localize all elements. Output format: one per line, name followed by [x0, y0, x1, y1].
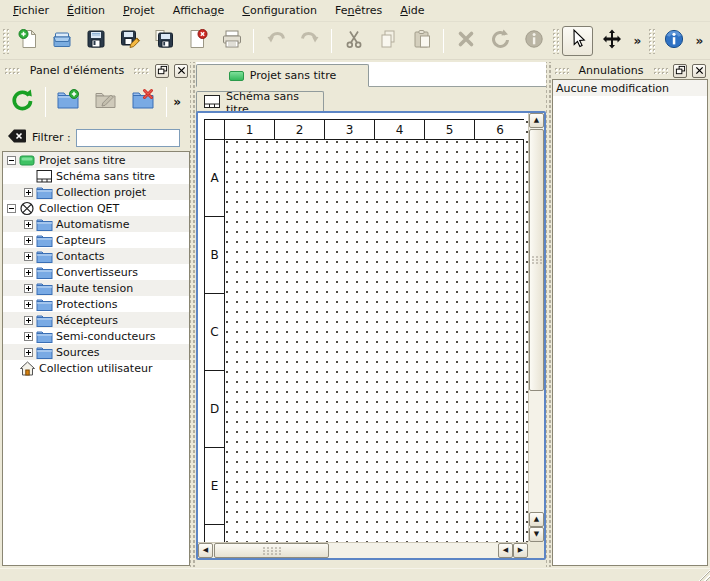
- open-folder-icon: [51, 28, 73, 53]
- tree-item-icon: [19, 201, 36, 216]
- move-tool-button[interactable]: [596, 26, 627, 56]
- tree-item[interactable]: Projet sans titre: [3, 152, 189, 168]
- redo-button[interactable]: [294, 26, 325, 56]
- new-category-button[interactable]: [52, 85, 86, 119]
- vertical-scrollbar[interactable]: ▲ ▲ ▼: [528, 113, 544, 542]
- reload-collections-button[interactable]: [5, 85, 39, 119]
- close-file-button[interactable]: [182, 26, 213, 56]
- tree-expander[interactable]: [7, 204, 16, 213]
- project-tab[interactable]: Projet sans titre: [196, 64, 369, 87]
- resize-grip[interactable]: [697, 568, 710, 581]
- horizontal-scroll-thumb[interactable]: [214, 543, 329, 558]
- tree-item[interactable]: Collection utilisateur: [3, 360, 189, 376]
- open-button[interactable]: [46, 26, 77, 56]
- tree-item-icon: [36, 281, 53, 296]
- tree-item[interactable]: Automatisme: [3, 216, 189, 232]
- tree-item[interactable]: Collection projet: [3, 184, 189, 200]
- save-all-button[interactable]: [148, 26, 179, 56]
- close-panel-button[interactable]: [174, 64, 188, 78]
- tree-item[interactable]: Protections: [3, 296, 189, 312]
- copy-button[interactable]: [372, 26, 403, 56]
- tree-expander[interactable]: [24, 220, 33, 229]
- tree-item-icon: [36, 297, 53, 312]
- undo-history-list[interactable]: Aucune modification: [552, 79, 708, 566]
- scroll-up-button[interactable]: ▲: [529, 113, 544, 128]
- toolbar-handle[interactable]: [2, 28, 9, 54]
- menu-item[interactable]: Projet: [114, 0, 164, 21]
- horizontal-scroll-track[interactable]: [330, 543, 498, 558]
- close-panel-button[interactable]: [692, 64, 706, 78]
- tree-expander[interactable]: [24, 252, 33, 261]
- rotate-button[interactable]: [484, 26, 515, 56]
- print-button[interactable]: [216, 26, 247, 56]
- scroll-right-button[interactable]: ▶: [513, 543, 528, 558]
- schema-tab[interactable]: Schéma sans titre: [196, 91, 324, 113]
- elements-tree[interactable]: Projet sans titre Schéma sans titre: [2, 151, 190, 566]
- tree-item[interactable]: Capteurs: [3, 232, 189, 248]
- delete-button[interactable]: [450, 26, 481, 56]
- schema-canvas[interactable]: 123456 A B C: [198, 113, 528, 542]
- tree-item[interactable]: Schéma sans titre: [3, 168, 189, 184]
- dock-grip-texture: [133, 67, 150, 74]
- new-project-button[interactable]: [12, 26, 43, 56]
- info-button-disabled[interactable]: [518, 26, 549, 56]
- elements-panel-titlebar[interactable]: Panel d'éléments: [2, 62, 190, 79]
- float-panel-button[interactable]: [673, 64, 687, 78]
- tree-item[interactable]: Sources: [3, 344, 189, 360]
- filter-input[interactable]: [76, 129, 180, 147]
- row-header: C: [205, 294, 225, 371]
- scroll-down-button[interactable]: ▼: [529, 527, 544, 542]
- tree-item[interactable]: Collection QET: [3, 200, 189, 216]
- tree-expander[interactable]: [24, 348, 33, 357]
- column-header: 6: [475, 120, 525, 139]
- undo-panel-titlebar[interactable]: Annulations: [552, 62, 708, 79]
- elements-panel: Panel d'éléments » Filtrer :: [2, 62, 190, 567]
- save-as-button[interactable]: [114, 26, 145, 56]
- delete-category-button[interactable]: [127, 85, 161, 119]
- select-tool-button[interactable]: [562, 26, 593, 56]
- toolbar-overflow-button[interactable]: »: [692, 26, 707, 56]
- menu-item[interactable]: Fenêtres: [326, 0, 391, 21]
- toolbar-overflow-button[interactable]: »: [630, 26, 645, 56]
- tree-item[interactable]: Haute tension: [3, 280, 189, 296]
- scroll-left-button-2[interactable]: ◀: [498, 543, 513, 558]
- scroll-up-button-2[interactable]: ▲: [529, 512, 544, 527]
- menu-item[interactable]: Configuration: [233, 0, 326, 21]
- paste-button[interactable]: [406, 26, 437, 56]
- undo-panel-title: Annulations: [574, 64, 647, 77]
- undo-button[interactable]: [260, 26, 291, 56]
- about-info-button[interactable]: [658, 26, 689, 56]
- tree-item[interactable]: Convertisseurs: [3, 264, 189, 280]
- edit-category-button[interactable]: [89, 85, 123, 119]
- toolbar-handle[interactable]: [552, 28, 559, 54]
- horizontal-scrollbar[interactable]: ◀ ◀ ▶: [198, 542, 528, 558]
- float-panel-button[interactable]: [155, 64, 169, 78]
- clear-filter-icon[interactable]: [7, 128, 27, 147]
- menu-item[interactable]: Édition: [58, 0, 114, 21]
- tree-expander[interactable]: [24, 300, 33, 309]
- tree-expander[interactable]: [24, 316, 33, 325]
- panel-toolbar-overflow-button[interactable]: »: [173, 95, 181, 109]
- tree-expander[interactable]: [24, 188, 33, 197]
- tree-item[interactable]: Contacts: [3, 248, 189, 264]
- scroll-left-button[interactable]: ◀: [198, 543, 213, 558]
- tree-item[interactable]: Récepteurs: [3, 312, 189, 328]
- cut-button[interactable]: [338, 26, 369, 56]
- save-button[interactable]: [80, 26, 111, 56]
- tree-expander[interactable]: [24, 284, 33, 293]
- menu-item[interactable]: Fichier: [4, 0, 58, 21]
- column-header: 1: [225, 120, 275, 139]
- vertical-scroll-thumb[interactable]: [529, 129, 544, 391]
- tree-expander[interactable]: [7, 156, 16, 165]
- tree-expander[interactable]: [24, 236, 33, 245]
- vertical-scroll-track[interactable]: [529, 392, 544, 512]
- tree-item[interactable]: Semi-conducteurs: [3, 328, 189, 344]
- tree-expander[interactable]: [24, 268, 33, 277]
- menu-item[interactable]: Affichage: [164, 0, 234, 21]
- tree-item-label: Collection QET: [39, 202, 119, 215]
- new-document-icon: [17, 28, 39, 53]
- column-header: 4: [375, 120, 425, 139]
- menu-item[interactable]: Aide: [391, 0, 433, 21]
- tree-expander[interactable]: [24, 332, 33, 341]
- toolbar-handle[interactable]: [648, 28, 655, 54]
